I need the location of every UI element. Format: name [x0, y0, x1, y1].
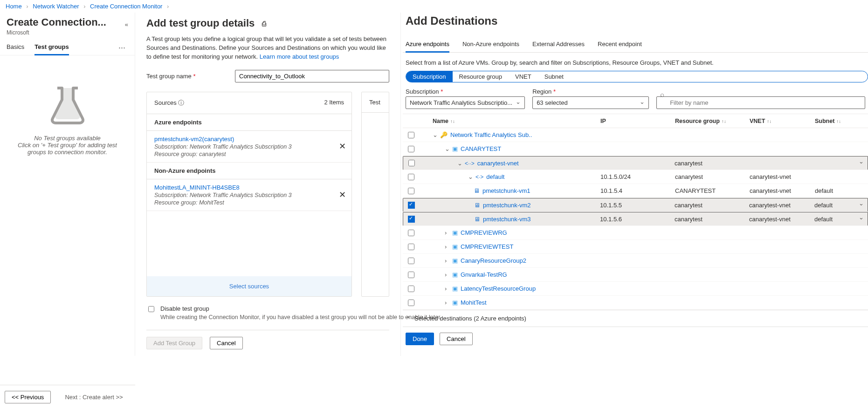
row-name[interactable]: CMPREVIEWTEST: [461, 243, 513, 250]
row-name[interactable]: default: [486, 173, 504, 180]
row-checkbox[interactable]: [408, 188, 414, 194]
source-rg: Resource group: MohitTest: [154, 199, 344, 206]
chevron-right-icon[interactable]: ›: [445, 271, 450, 278]
vm-icon: 🖥: [474, 187, 480, 194]
grid-row[interactable]: ⌄▣CANARYTEST: [403, 142, 868, 156]
col-subnet[interactable]: Subnet: [815, 118, 834, 124]
done-button[interactable]: Done: [406, 333, 434, 345]
row-checkbox[interactable]: [408, 132, 414, 138]
grid-row[interactable]: ›▣Gnvarkal-TestRG: [403, 268, 868, 282]
remove-icon[interactable]: ✕: [339, 190, 346, 200]
tab-nonazure-endpoints[interactable]: Non-Azure endpoints: [462, 37, 519, 52]
grid-row[interactable]: 🖥pmetstchunk-vm110.1.5.4CANARYTESTcanary…: [403, 184, 868, 198]
row-name[interactable]: canarytest-vnet: [477, 160, 519, 167]
more-icon[interactable]: ···: [118, 43, 128, 55]
col-rg[interactable]: Resource group: [675, 118, 720, 124]
sort-icon[interactable]: ↑↓: [836, 119, 841, 124]
grid-row[interactable]: ⌄🔑Network Traffic Analytics Sub..: [403, 128, 868, 142]
grid-row[interactable]: 🖥pmtestchunk-vm210.1.5.5canarytestcanary…: [403, 198, 868, 212]
panel-title: Add Destinations: [406, 14, 868, 27]
sort-icon[interactable]: ↑↓: [450, 119, 455, 124]
grid-row[interactable]: ›▣LatencyTestResourceGroup: [403, 282, 868, 296]
collapse-left-icon[interactable]: «: [125, 21, 128, 28]
row-name[interactable]: Gnvarkal-TestRG: [461, 271, 507, 278]
checkbox-checked-icon[interactable]: [408, 202, 415, 209]
row-checkbox[interactable]: [408, 160, 415, 166]
row-checkbox[interactable]: [408, 230, 414, 236]
grid-row[interactable]: 🖥pmtestchunk-vm310.1.5.6canarytestcanary…: [403, 212, 868, 226]
disable-test-group-checkbox[interactable]: [148, 306, 154, 312]
learn-more-link[interactable]: Learn more about test groups: [260, 53, 339, 60]
chevron-right-icon[interactable]: ›: [445, 257, 450, 264]
col-vnet[interactable]: VNET: [750, 118, 765, 124]
chevron-down-icon[interactable]: ⌄: [468, 173, 474, 180]
tab-basics[interactable]: Basics: [7, 43, 24, 55]
disable-hint: While creating the Connection Monitor, i…: [160, 314, 441, 320]
tab-test-groups[interactable]: Test groups: [34, 43, 69, 55]
row-name[interactable]: pmtestchunk-vm3: [483, 216, 531, 223]
filter-by-name-input[interactable]: [656, 96, 865, 109]
bc-nw[interactable]: Network Watcher: [33, 3, 79, 10]
sort-icon[interactable]: ↑↓: [722, 119, 726, 124]
row-checkbox[interactable]: [408, 146, 414, 152]
grid-row[interactable]: ›▣CMPREVIEWTEST: [403, 240, 868, 254]
col-name[interactable]: Name: [421, 118, 448, 124]
chevron-right-icon[interactable]: ›: [445, 299, 450, 306]
chevron-down-icon[interactable]: ⌄: [433, 131, 438, 138]
select-sources-button[interactable]: Select sources: [147, 276, 351, 296]
pill-subnet[interactable]: Subnet: [538, 71, 570, 82]
chevron-down-icon[interactable]: ⌄: [445, 145, 450, 152]
row-checkbox[interactable]: [408, 258, 414, 264]
input-test-group-name[interactable]: [235, 70, 389, 82]
row-name[interactable]: CANARYTEST: [461, 145, 501, 152]
remove-icon[interactable]: ✕: [339, 141, 346, 151]
tab-recent-endpoint[interactable]: Recent endpoint: [598, 37, 642, 52]
bc-home[interactable]: Home: [6, 3, 22, 10]
source-item[interactable]: pmtestchunk-vm2(canarytest) Subscription…: [147, 131, 351, 163]
left-pane: « Create Connection... Microsoft Basics …: [0, 13, 135, 356]
info-icon[interactable]: ⓘ: [178, 99, 184, 106]
chevron-right-icon[interactable]: ›: [445, 229, 450, 236]
chevron-right-icon[interactable]: ›: [445, 243, 450, 250]
row-name[interactable]: CMPREVIEWRG: [461, 229, 507, 236]
pill-subscription[interactable]: Subscription: [406, 71, 453, 82]
selected-destinations-toggle[interactable]: ⌃Selected destinations (2 Azure endpoint…: [403, 310, 868, 327]
row-checkbox[interactable]: [408, 300, 414, 306]
source-item[interactable]: MohittestLA_MININT-HB4SBE8 Subscription:…: [147, 179, 351, 211]
grid-row[interactable]: ⌄<·>default10.1.5.0/24canarytestcanaryte…: [403, 170, 868, 184]
resource-group-icon: ▣: [452, 299, 458, 306]
print-icon[interactable]: ⎙: [262, 20, 266, 27]
pill-vnet[interactable]: VNET: [509, 71, 538, 82]
row-name[interactable]: LatencyTestResourceGroup: [461, 285, 536, 292]
add-test-group-button[interactable]: Add Test Group: [146, 337, 202, 349]
row-checkbox[interactable]: [408, 174, 414, 180]
sort-icon[interactable]: ↑↓: [767, 119, 772, 124]
row-name[interactable]: pmtestchunk-vm2: [483, 202, 531, 209]
cancel-button[interactable]: Cancel: [210, 337, 242, 349]
row-checkbox[interactable]: [408, 272, 414, 278]
source-title[interactable]: pmtestchunk-vm2(canarytest): [154, 136, 344, 143]
select-subscription[interactable]: Network Traffic Analytics Subscriptio...: [406, 96, 525, 109]
row-checkbox[interactable]: [408, 244, 414, 250]
grid-row[interactable]: ›▣CanaryResourceGroup2: [403, 254, 868, 268]
pill-resource-group[interactable]: Resource group: [453, 71, 509, 82]
chevron-right-icon[interactable]: ›: [445, 285, 450, 292]
checkbox-checked-icon[interactable]: [408, 216, 415, 223]
grid-row[interactable]: ›▣MohitTest: [403, 296, 868, 310]
select-region[interactable]: 63 selected: [532, 96, 649, 109]
col-ip[interactable]: IP: [600, 118, 606, 124]
row-name[interactable]: MohitTest: [461, 299, 487, 306]
chevron-right-icon: ›: [83, 3, 85, 10]
tab-azure-endpoints[interactable]: Azure endpoints: [406, 37, 449, 53]
tab-external-addresses[interactable]: External Addresses: [532, 37, 585, 52]
source-title[interactable]: MohittestLA_MININT-HB4SBE8: [154, 184, 344, 191]
row-name[interactable]: pmetstchunk-vm1: [482, 187, 530, 194]
row-name[interactable]: Network Traffic Analytics Sub..: [450, 131, 532, 138]
grid-row[interactable]: ⌄<··>canarytest-vnetcanarytest: [403, 156, 868, 170]
panel-cancel-button[interactable]: Cancel: [440, 333, 472, 345]
grid-row[interactable]: ›▣CMPREVIEWRG: [403, 226, 868, 240]
chevron-down-icon[interactable]: ⌄: [457, 160, 463, 167]
row-checkbox[interactable]: [408, 286, 414, 292]
row-name[interactable]: CanaryResourceGroup2: [461, 257, 526, 264]
bc-ccm[interactable]: Create Connection Monitor: [90, 3, 162, 10]
